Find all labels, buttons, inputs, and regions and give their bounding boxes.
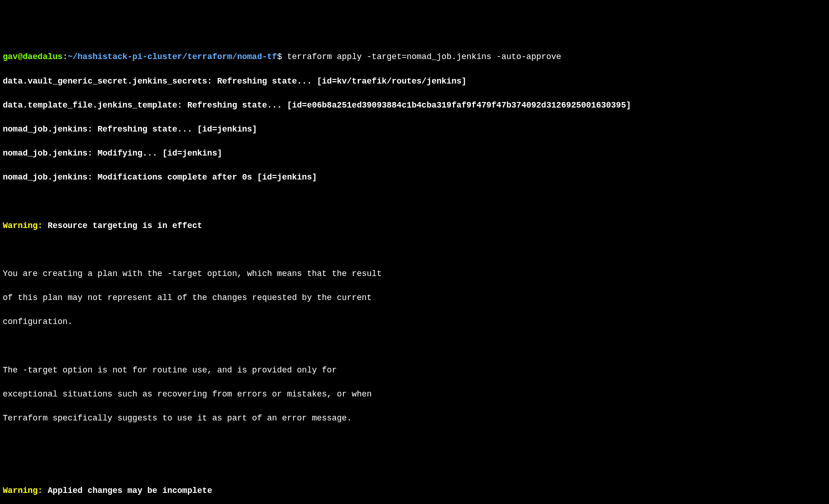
- warning-title: Applied changes may be incomplete: [42, 486, 212, 495]
- warning-1-body-5: exceptional situations such as recoverin…: [3, 388, 826, 400]
- blank-line: [3, 196, 826, 208]
- warning-label: Warning:: [3, 486, 42, 495]
- warning-label: Warning:: [3, 221, 42, 230]
- warning-title: Resource targeting is in effect: [42, 221, 202, 230]
- output-line-2: data.template_file.jenkins_template: Ref…: [3, 99, 826, 111]
- output-line-3: nomad_job.jenkins: Refreshing state... […: [3, 123, 826, 135]
- blank-line: [3, 461, 826, 473]
- warning-1-body-6: Terraform specifically suggests to use i…: [3, 412, 826, 424]
- warning-1-body-3: configuration.: [3, 316, 826, 328]
- prompt-path: ~/hashistack-pi-cluster/terraform/nomad-…: [67, 52, 277, 61]
- command-text: terraform apply -target=nomad_job.jenkin…: [282, 52, 561, 61]
- prompt-colon: :: [63, 52, 68, 61]
- warning-1-body-2: of this plan may not represent all of th…: [3, 292, 826, 304]
- output-line-1: data.vault_generic_secret.jenkins_secret…: [3, 75, 826, 87]
- warning-1-body-4: The -target option is not for routine us…: [3, 364, 826, 376]
- blank-line: [3, 340, 826, 352]
- warning-1-header: Warning: Resource targeting is in effect: [3, 220, 826, 232]
- prompt-dollar: $: [277, 52, 282, 61]
- blank-line: [3, 244, 826, 256]
- prompt-user: gav@daedalus: [3, 52, 63, 61]
- warning-2-header: Warning: Applied changes may be incomple…: [3, 485, 826, 497]
- warning-1-body-1: You are creating a plan with the -target…: [3, 268, 826, 280]
- prompt-line: gav@daedalus:~/hashistack-pi-cluster/ter…: [3, 51, 826, 63]
- output-line-5: nomad_job.jenkins: Modifications complet…: [3, 171, 826, 183]
- blank-line: [3, 436, 826, 448]
- terminal-output[interactable]: gav@daedalus:~/hashistack-pi-cluster/ter…: [3, 51, 826, 504]
- output-line-4: nomad_job.jenkins: Modifying... [id=jenk…: [3, 147, 826, 159]
